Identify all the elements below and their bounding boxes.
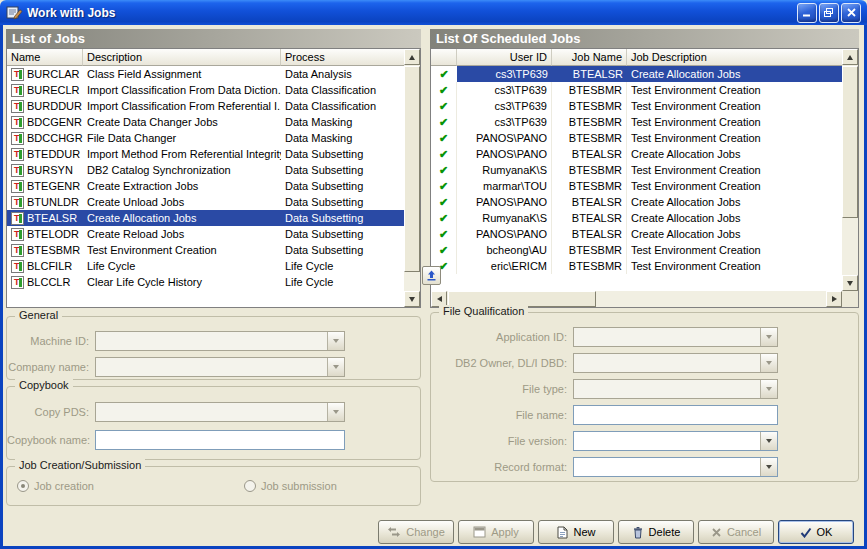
- company-name-combo[interactable]: [95, 357, 345, 377]
- chevron-down-icon[interactable]: [327, 403, 344, 421]
- transfer-up-icon: [426, 270, 437, 281]
- scheduled-table-row[interactable]: ✔cs3\TP639BTESBMRTest Environment Creati…: [431, 82, 858, 98]
- chevron-down-icon[interactable]: [760, 354, 777, 372]
- scroll-up-button[interactable]: [842, 49, 858, 65]
- scheduled-table-row[interactable]: ✔PANOS\PANOBTEALSRCreate Allocation Jobs: [431, 194, 858, 210]
- scheduled-table-row[interactable]: ✔RumyanaK\SBTESBMRTest Environment Creat…: [431, 162, 858, 178]
- maximize-button[interactable]: [819, 3, 839, 23]
- file-version-combo[interactable]: [573, 431, 778, 451]
- scheduled-table-row[interactable]: ✔marmar\TOUBTESBMRTest Environment Creat…: [431, 178, 858, 194]
- record-format-combo[interactable]: [573, 457, 778, 477]
- column-header-name[interactable]: Name: [7, 49, 83, 66]
- jobs-table-row[interactable]: TBLCCLRClear Life Cycle HistoryLife Cycl…: [7, 274, 420, 290]
- jobs-vertical-scrollbar[interactable]: [404, 49, 420, 307]
- scheduled-vertical-scrollbar[interactable]: [842, 49, 858, 291]
- scheduled-table-row[interactable]: ✔bcheong\AUBTESBMRTest Environment Creat…: [431, 242, 858, 258]
- minimize-button[interactable]: [797, 3, 817, 23]
- jobs-table-row[interactable]: TBURDDURImport Classification From Refer…: [7, 98, 420, 114]
- change-button-label: Change: [406, 526, 445, 538]
- application-id-combo-value: [574, 328, 760, 346]
- application-id-combo[interactable]: [573, 327, 778, 347]
- new-button-label: New: [573, 526, 595, 538]
- copybook-name-input[interactable]: [95, 430, 345, 450]
- ok-button-label: OK: [817, 526, 833, 538]
- job-type-icon: T: [11, 244, 24, 257]
- scheduled-table-row[interactable]: ✔PANOS\PANOBTESBMRTest Environment Creat…: [431, 130, 858, 146]
- change-button[interactable]: Change: [378, 520, 454, 544]
- jobs-table-row[interactable]: TBURECLRImport Classification From Data …: [7, 82, 420, 98]
- db2-owner-dli-dbd-label: DB2 Owner, DL/I DBD:: [431, 357, 573, 369]
- jobs-table-row[interactable]: TBDCGENRCreate Data Changer JobsData Mas…: [7, 114, 420, 130]
- scheduled-table-row[interactable]: ✔cs3\TP639BTEALSRCreate Allocation Jobs: [431, 66, 858, 82]
- copy-pds-combo[interactable]: [95, 402, 345, 422]
- scheduled-table-row[interactable]: ✔PANOS\PANOBTEALSRCreate Allocation Jobs: [431, 146, 858, 162]
- jobs-table-row[interactable]: TBTELODRCreate Reload JobsData Subsettin…: [7, 226, 420, 242]
- job-type-icon: T: [11, 276, 24, 289]
- chevron-down-icon[interactable]: [760, 432, 777, 450]
- job-type-icon: T: [11, 164, 24, 177]
- check-icon: ✔: [439, 146, 448, 162]
- right-panel-title-text: List Of Scheduled Jobs: [436, 31, 580, 46]
- column-header-job-name[interactable]: Job Name: [552, 49, 627, 66]
- scheduled-table-row[interactable]: ✔RumyanaK\SBTEALSRCreate Allocation Jobs: [431, 210, 858, 226]
- apply-button[interactable]: Apply: [458, 520, 534, 544]
- chevron-down-icon[interactable]: [760, 328, 777, 346]
- close-button[interactable]: [841, 3, 861, 23]
- jobs-table-row[interactable]: TBTESBMRTest Environment CreationData Su…: [7, 242, 420, 258]
- machine-id-combo[interactable]: [95, 331, 345, 351]
- right-arrow-icon: [832, 296, 837, 302]
- jobs-table-row[interactable]: TBTEGENRCreate Extraction JobsData Subse…: [7, 178, 420, 194]
- ok-button[interactable]: OK: [778, 520, 854, 544]
- jobs-table-row[interactable]: TBTUNLDRCreate Unload JobsData Subsettin…: [7, 194, 420, 210]
- check-icon: ✔: [439, 210, 448, 226]
- scheduled-table-row[interactable]: ✔eric\ERICMBTESBMRTest Environment Creat…: [431, 258, 858, 274]
- chevron-down-icon[interactable]: [760, 458, 777, 476]
- job-submission-radio[interactable]: Job submission: [244, 480, 337, 492]
- chevron-down-icon[interactable]: [327, 358, 344, 376]
- column-header-description[interactable]: Description: [83, 49, 281, 66]
- cancel-button[interactable]: Cancel: [698, 520, 774, 544]
- column-header-job-description[interactable]: Job Description: [627, 49, 842, 66]
- delete-icon: [632, 526, 644, 539]
- cancel-icon: [711, 527, 722, 538]
- delete-button[interactable]: Delete: [618, 520, 694, 544]
- scroll-thumb[interactable]: [842, 66, 858, 218]
- scroll-up-button[interactable]: [404, 49, 420, 65]
- jobs-table-row[interactable]: TBURSYNDB2 Catalog SynchronizationData S…: [7, 162, 420, 178]
- change-icon: [387, 526, 401, 538]
- file-type-combo[interactable]: [573, 379, 778, 399]
- general-group-body: Machine ID:Company name:: [7, 317, 420, 380]
- delete-button-label: Delete: [649, 526, 681, 538]
- column-header-user-id[interactable]: User ID: [457, 49, 552, 66]
- file-qualification-group: File Qualification Application ID:DB2 Ow…: [430, 312, 859, 482]
- file-name-input[interactable]: [573, 405, 778, 425]
- jobs-table-row[interactable]: TBLCFILRLife CycleLife Cycle: [7, 258, 420, 274]
- job-creation-radio[interactable]: Job creation: [17, 480, 94, 492]
- scheduled-table-row[interactable]: ✔PANOS\PANOBTEALSRCreate Allocation Jobs: [431, 226, 858, 242]
- new-button[interactable]: New: [538, 520, 614, 544]
- column-header-process[interactable]: Process: [281, 49, 404, 66]
- jobs-table-row[interactable]: TBURCLARClass Field AssignmentData Analy…: [7, 66, 420, 82]
- scroll-down-button[interactable]: [404, 291, 420, 307]
- job-type-icon: T: [11, 116, 24, 129]
- jobs-table-row[interactable]: TBTEALSRCreate Allocation JobsData Subse…: [7, 210, 420, 226]
- chevron-down-icon[interactable]: [327, 332, 344, 350]
- job-group-title: Job Creation/Submission: [15, 459, 145, 471]
- check-icon: ✔: [439, 226, 448, 242]
- check-icon: ✔: [439, 162, 448, 178]
- scroll-right-button[interactable]: [826, 291, 842, 307]
- db2-owner-dli-dbd-combo[interactable]: [573, 353, 778, 373]
- titlebar[interactable]: Work with Jobs: [0, 0, 867, 25]
- chevron-down-icon[interactable]: [760, 380, 777, 398]
- column-header-status[interactable]: [431, 49, 457, 66]
- scroll-down-button[interactable]: [842, 275, 858, 291]
- jobs-list: Name Description Process TBURCLARClass F…: [6, 48, 421, 308]
- jobs-table-row[interactable]: TBDCCHGRFile Data ChangerData Masking: [7, 130, 420, 146]
- job-type-icon: T: [11, 132, 24, 145]
- scroll-thumb[interactable]: [404, 66, 420, 272]
- scheduled-table-row[interactable]: ✔cs3\TP639BTESBMRTest Environment Creati…: [431, 114, 858, 130]
- jobs-table-row[interactable]: TBTEDDURImport Method From Referential I…: [7, 146, 420, 162]
- scheduled-table-row[interactable]: ✔cs3\TP639BTESBMRTest Environment Creati…: [431, 98, 858, 114]
- transfer-job-button[interactable]: [422, 266, 441, 285]
- file-qualification-group-title: File Qualification: [439, 305, 528, 317]
